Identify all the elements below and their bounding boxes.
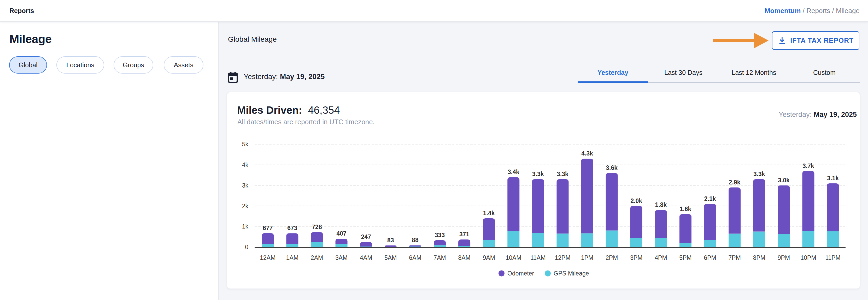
svg-text:83: 83 — [387, 237, 394, 244]
svg-text:0: 0 — [245, 244, 248, 251]
svg-text:2.9k: 2.9k — [729, 179, 741, 186]
svg-text:2k: 2k — [242, 203, 249, 209]
svg-text:1k: 1k — [242, 223, 249, 230]
svg-text:5AM: 5AM — [384, 254, 397, 261]
svg-text:9PM: 9PM — [778, 254, 790, 261]
svg-text:5PM: 5PM — [679, 254, 691, 261]
svg-text:677: 677 — [263, 225, 273, 231]
svg-text:4k: 4k — [242, 162, 249, 168]
svg-text:1.6k: 1.6k — [680, 206, 691, 212]
svg-text:2AM: 2AM — [311, 254, 323, 261]
svg-text:3.0k: 3.0k — [778, 177, 790, 184]
svg-text:2PM: 2PM — [606, 254, 618, 261]
svg-text:1.4k: 1.4k — [483, 210, 495, 216]
svg-text:1.8k: 1.8k — [655, 201, 667, 208]
svg-text:3AM: 3AM — [335, 254, 347, 261]
svg-text:6PM: 6PM — [704, 254, 716, 261]
svg-text:371: 371 — [459, 231, 469, 238]
svg-text:3.7k: 3.7k — [802, 163, 814, 169]
svg-text:12AM: 12AM — [260, 254, 276, 261]
svg-text:GPS Mileage: GPS Mileage — [554, 270, 589, 277]
svg-text:3.4k: 3.4k — [508, 169, 519, 175]
svg-text:88: 88 — [412, 237, 418, 243]
svg-text:728: 728 — [312, 224, 322, 230]
svg-text:Odometer: Odometer — [507, 270, 534, 277]
svg-text:673: 673 — [287, 225, 297, 231]
svg-text:2.1k: 2.1k — [704, 195, 716, 202]
svg-text:6AM: 6AM — [409, 254, 421, 261]
svg-text:1AM: 1AM — [286, 254, 299, 261]
svg-text:3.3k: 3.3k — [532, 171, 544, 177]
svg-text:5k: 5k — [242, 141, 249, 148]
svg-text:11PM: 11PM — [825, 254, 840, 261]
svg-text:10PM: 10PM — [800, 254, 816, 261]
svg-text:10AM: 10AM — [505, 254, 521, 261]
svg-text:4PM: 4PM — [655, 254, 667, 261]
svg-text:3.3k: 3.3k — [557, 171, 568, 177]
svg-text:3PM: 3PM — [630, 254, 642, 261]
svg-text:7PM: 7PM — [728, 254, 741, 261]
svg-text:8PM: 8PM — [753, 254, 765, 261]
svg-text:4.3k: 4.3k — [581, 150, 593, 157]
svg-text:12PM: 12PM — [555, 254, 570, 261]
svg-text:11AM: 11AM — [530, 254, 546, 261]
svg-text:9AM: 9AM — [483, 254, 495, 261]
svg-text:7AM: 7AM — [433, 254, 446, 261]
svg-text:1PM: 1PM — [581, 254, 593, 261]
svg-text:3.3k: 3.3k — [753, 171, 765, 177]
svg-text:4AM: 4AM — [360, 254, 372, 261]
svg-text:2.0k: 2.0k — [630, 198, 642, 204]
svg-text:3k: 3k — [242, 182, 249, 189]
svg-text:8AM: 8AM — [458, 254, 470, 261]
svg-text:3.1k: 3.1k — [827, 175, 839, 181]
svg-text:247: 247 — [361, 233, 371, 240]
svg-text:333: 333 — [435, 232, 445, 238]
svg-text:3.6k: 3.6k — [606, 164, 618, 171]
svg-text:407: 407 — [336, 230, 346, 237]
